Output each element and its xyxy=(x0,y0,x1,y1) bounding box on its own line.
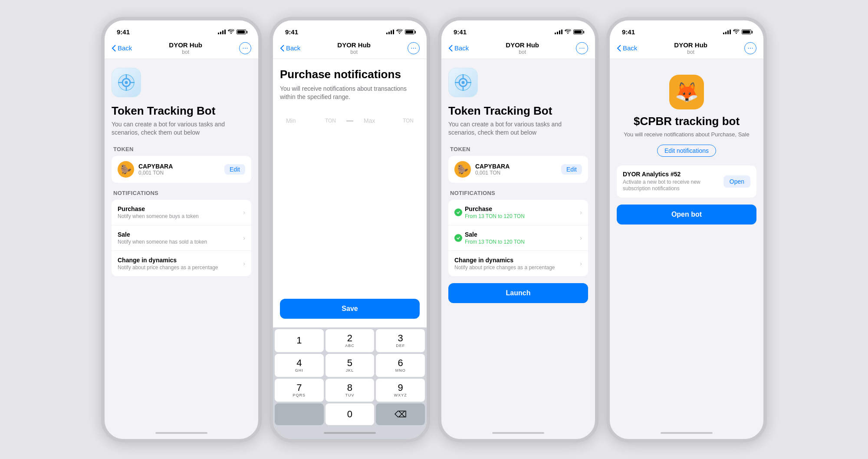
battery-icon-2 xyxy=(405,30,414,34)
launch-button[interactable]: Launch xyxy=(448,283,588,303)
status-icons-1 xyxy=(218,29,246,35)
chevron-dynamics-3: › xyxy=(580,260,582,267)
open-analytics-button[interactable]: Open xyxy=(723,175,750,188)
home-indicator-4 xyxy=(610,427,763,439)
notif-info-purchase-1: Purchase Notify when someone buys a toke… xyxy=(118,205,243,219)
open-bot-button[interactable]: Open bot xyxy=(617,205,756,225)
more-button-3[interactable]: ··· xyxy=(576,42,588,54)
home-indicator-2 xyxy=(273,427,427,439)
pn-desc: You will receive notifications about tra… xyxy=(280,85,420,102)
more-button-1[interactable]: ··· xyxy=(239,42,251,54)
chevron-dynamics-1: › xyxy=(243,260,245,267)
edit-token-button-3[interactable]: Edit xyxy=(561,164,582,175)
phone-4: 9:41 Back DYOR Hub bot ··· 🦊 $CPBR track… xyxy=(606,17,767,442)
notif-row-purchase-3[interactable]: Purchase From 13 TON to 120 TON › xyxy=(448,200,588,225)
cpbr-desc: You will receive notifications about Pur… xyxy=(624,131,749,139)
time-1: 9:41 xyxy=(117,28,130,36)
notifications-card-3: Purchase From 13 TON to 120 TON › Sale F… xyxy=(448,200,588,276)
signal-icon-4 xyxy=(723,30,731,34)
bot-icon-3 xyxy=(448,68,478,97)
token-avatar-1: 🦫 xyxy=(118,161,134,178)
phone-3: 9:41 Back DYOR Hub bot ··· Token Trackin… xyxy=(438,17,598,442)
notif-row-sale-3[interactable]: Sale From 13 TON to 120 TON › xyxy=(448,225,588,251)
bot-title-3: Token Tracking Bot xyxy=(448,104,588,118)
key-3[interactable]: 3DEF xyxy=(376,329,425,352)
key-7[interactable]: 7PQRS xyxy=(275,379,324,402)
cpbr-header: 🦊 $CPBR tracking bot You will receive no… xyxy=(617,68,756,165)
svg-point-2 xyxy=(125,81,128,84)
notif-info-dynamics-1: Change in dynamics Notify about price ch… xyxy=(118,257,243,271)
token-card-3: 🦫 CAPYBARA 0,001 TON Edit xyxy=(448,156,588,183)
home-indicator-1 xyxy=(105,427,258,439)
key-delete[interactable]: ⌫ xyxy=(376,403,425,425)
battery-icon-1 xyxy=(237,30,246,34)
content-3: Token Tracking Bot You can create a bot … xyxy=(441,59,595,427)
key-0[interactable]: 0 xyxy=(326,403,375,425)
token-row-3: 🦫 CAPYBARA 0,001 TON Edit xyxy=(448,156,588,183)
cpbr-title: $CPBR tracking bot xyxy=(634,115,740,128)
back-button-2[interactable]: Back xyxy=(280,44,300,52)
time-4: 9:41 xyxy=(622,28,635,36)
nav-bar-3: Back DYOR Hub bot ··· xyxy=(441,40,595,59)
content-1: Token Tracking Bot You can create a bot … xyxy=(105,59,258,427)
wifi-icon-4 xyxy=(733,29,740,35)
content-4: 🦊 $CPBR tracking bot You will receive no… xyxy=(610,59,763,427)
cpbr-icon: 🦊 xyxy=(669,75,704,109)
key-1[interactable]: 1 xyxy=(275,329,324,352)
status-icons-4 xyxy=(723,29,751,35)
edit-token-button-1[interactable]: Edit xyxy=(224,164,245,175)
check-purchase-3 xyxy=(454,208,462,216)
status-icons-2 xyxy=(386,29,414,35)
back-button-3[interactable]: Back xyxy=(448,44,469,52)
check-sale-3 xyxy=(454,234,462,242)
notif-row-dynamics-1[interactable]: Change in dynamics Notify about price ch… xyxy=(112,251,251,276)
wifi-icon-2 xyxy=(396,29,403,35)
bot-desc-1: You can create a bot for various tasks a… xyxy=(112,120,251,137)
chevron-purchase-3: › xyxy=(580,209,582,216)
min-input[interactable]: Min TON xyxy=(280,112,342,129)
home-indicator-3 xyxy=(441,427,595,439)
key-6[interactable]: 6MNO xyxy=(376,354,425,377)
signal-icon-3 xyxy=(555,30,562,34)
notif-info-purchase-3: Purchase From 13 TON to 120 TON xyxy=(465,205,580,219)
notif-content-sale-3: Sale From 13 TON to 120 TON xyxy=(454,231,580,245)
back-button-4[interactable]: Back xyxy=(617,44,637,52)
section-token-3: Token xyxy=(448,146,588,152)
signal-icon-1 xyxy=(218,30,226,34)
notif-row-purchase-1[interactable]: Purchase Notify when someone buys a toke… xyxy=(112,200,251,225)
notif-row-sale-1[interactable]: Sale Notify when someone has sold a toke… xyxy=(112,225,251,251)
nav-center-1: DYOR Hub bot xyxy=(169,41,202,55)
nav-bar-1: Back DYOR Hub bot ··· xyxy=(105,40,258,59)
status-icons-3 xyxy=(555,29,583,35)
bot-icon-1 xyxy=(112,68,141,97)
token-avatar-3: 🦫 xyxy=(454,161,471,178)
more-button-4[interactable]: ··· xyxy=(744,42,756,54)
more-button-2[interactable]: ··· xyxy=(408,42,420,54)
token-info-1: CAPYBARA 0,001 TON xyxy=(138,163,220,176)
key-empty xyxy=(275,403,324,425)
pn-title: Purchase notifications xyxy=(280,68,420,81)
save-button[interactable]: Save xyxy=(280,299,420,319)
chevron-sale-1: › xyxy=(243,234,245,241)
key-2[interactable]: 2ABC xyxy=(326,329,375,352)
token-info-3: CAPYBARA 0,001 TON xyxy=(475,163,557,176)
range-row: Min TON — Max TON xyxy=(280,112,420,129)
key-8[interactable]: 8TUV xyxy=(326,379,375,402)
time-3: 9:41 xyxy=(454,28,467,36)
nav-center-2: DYOR Hub bot xyxy=(337,41,371,55)
status-bar-3: 9:41 xyxy=(441,20,595,40)
edit-notifications-button[interactable]: Edit notifications xyxy=(657,145,716,157)
bot-desc-3: You can create a bot for various tasks a… xyxy=(448,120,588,137)
battery-icon-4 xyxy=(742,30,751,34)
key-4[interactable]: 4GHI xyxy=(275,354,324,377)
analytics-info: DYOR Analytics #52 Activate a new bot to… xyxy=(623,171,723,192)
notif-info-sale-3: Sale From 13 TON to 120 TON xyxy=(465,231,580,245)
phone-2: 9:41 Back DYOR Hub bot ··· Purchase noti… xyxy=(270,17,430,442)
wifi-icon-3 xyxy=(565,29,571,35)
nav-bar-4: Back DYOR Hub bot ··· xyxy=(610,40,763,59)
max-input[interactable]: Max TON xyxy=(358,112,420,129)
key-5[interactable]: 5JKL xyxy=(326,354,375,377)
notif-row-dynamics-3[interactable]: Change in dynamics Notify about price ch… xyxy=(448,251,588,276)
key-9[interactable]: 9WXYZ xyxy=(376,379,425,402)
back-button-1[interactable]: Back xyxy=(112,44,132,52)
